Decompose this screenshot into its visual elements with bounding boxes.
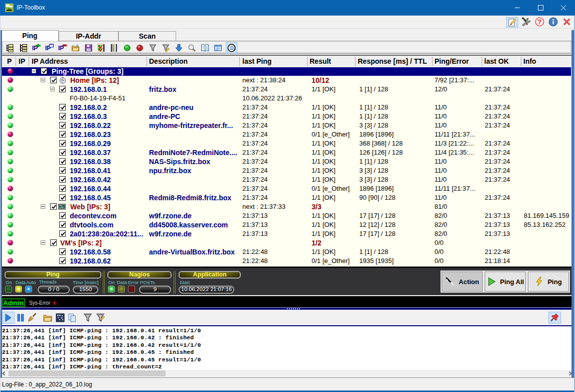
svg-text:?: ? bbox=[538, 19, 541, 26]
